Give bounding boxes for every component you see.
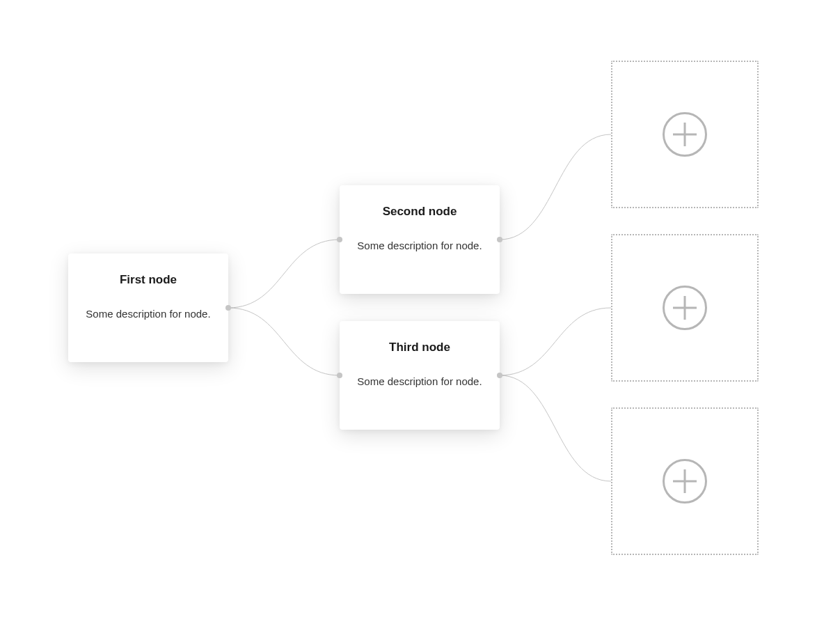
input-port[interactable]	[337, 373, 342, 378]
connector-third-ph3	[500, 375, 611, 481]
node-first[interactable]: First node Some description for node.	[68, 254, 228, 362]
output-port[interactable]	[497, 373, 502, 378]
node-description: Some description for node.	[68, 308, 228, 320]
add-node-placeholder-3[interactable]	[611, 407, 759, 555]
output-port[interactable]	[497, 237, 502, 242]
node-second[interactable]: Second node Some description for node.	[340, 185, 500, 294]
connector-first-second	[228, 240, 340, 308]
plus-icon	[663, 459, 707, 504]
node-title: Second node	[340, 205, 500, 219]
plus-icon	[663, 286, 707, 330]
node-title: Third node	[340, 341, 500, 354]
connector-third-ph2	[500, 308, 611, 375]
add-node-placeholder-1[interactable]	[611, 61, 759, 208]
node-title: First node	[68, 273, 228, 287]
node-third[interactable]: Third node Some description for node.	[340, 321, 500, 430]
input-port[interactable]	[337, 237, 342, 242]
output-port[interactable]	[225, 305, 231, 311]
node-description: Some description for node.	[340, 240, 500, 251]
connector-second-ph1	[500, 134, 611, 240]
connector-first-third	[228, 308, 340, 375]
node-description: Some description for node.	[340, 375, 500, 387]
plus-icon	[663, 112, 707, 157]
diagram-canvas[interactable]: First node Some description for node. Se…	[0, 0, 840, 624]
add-node-placeholder-2[interactable]	[611, 234, 759, 382]
